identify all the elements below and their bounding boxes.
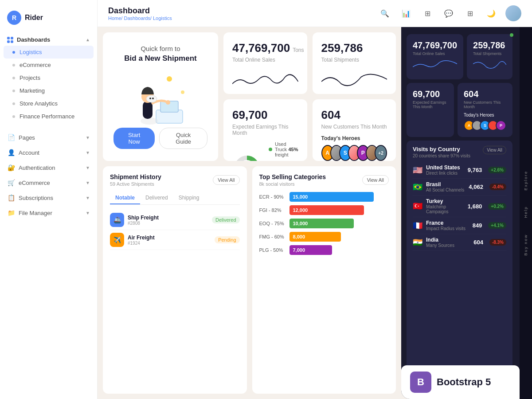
- country-flag-3: 🇫🇷: [413, 221, 422, 231]
- ship-id-2: #1924: [128, 241, 211, 246]
- dark-mode-toggle[interactable]: 🌙: [484, 6, 498, 20]
- bootstrap-badge: B Bootstrap 5: [401, 365, 520, 399]
- selling-subtitle: 8k social visitors: [259, 181, 326, 187]
- bootstrap-label: Bootstrap 5: [437, 376, 491, 388]
- bar-container-1: 12,000: [289, 205, 389, 215]
- country-change-4: -8.3%: [489, 239, 506, 246]
- auth-chevron: ▼: [86, 165, 90, 170]
- visits-card: Visits by Country 20 countries share 97%…: [407, 141, 512, 395]
- legend-truck: Used Truck freight 45%: [269, 141, 298, 157]
- account-icon: 👤: [7, 149, 15, 156]
- dark-stat-2: 259,786 Total Shipments: [467, 34, 512, 79]
- dark-val-3: 69,700: [413, 89, 448, 99]
- selling-title: Top Selling Categories: [259, 173, 326, 180]
- dot: [12, 90, 15, 92]
- grid-button[interactable]: ⊞: [420, 6, 434, 20]
- selling-header: Top Selling Categories 8k social visitor…: [259, 173, 389, 187]
- selling-view-all-button[interactable]: View All: [362, 175, 389, 185]
- green-dot-indicator: [510, 33, 513, 37]
- sub-icon: 📋: [7, 194, 15, 202]
- chart-button[interactable]: 📊: [399, 6, 413, 20]
- shipment-view-all-button[interactable]: View All: [213, 175, 239, 185]
- bar-container-3: 8,000: [289, 232, 389, 242]
- stat-label-3: Expected Earnings This Month: [232, 124, 298, 136]
- sidebar-item-projects[interactable]: Projects: [0, 71, 97, 84]
- shipment-item-1: 🚢 Ship Freight #2808 Delivered: [110, 210, 240, 230]
- country-item-3: 🇫🇷 France Impact Radius visits 849 +4.1%: [413, 217, 506, 234]
- bar-rows: ECR - 90% 15,000 FGI - 82% 12,000 EOQ - …: [259, 192, 389, 255]
- sidebar-item-account[interactable]: 👤 Account ▼: [0, 145, 97, 160]
- visits-view-all-button[interactable]: View All: [483, 146, 506, 154]
- country-info-1: Brasil All Social Channels: [426, 181, 465, 192]
- sidebar-item-ecom[interactable]: 🛒 eCommerce ▼: [0, 175, 97, 190]
- logo[interactable]: R Rider: [0, 7, 97, 34]
- country-source-2: Mailchimp Campaigns: [426, 204, 464, 214]
- chat-button[interactable]: 💬: [442, 6, 456, 20]
- country-change-2: +0.2%: [488, 203, 506, 210]
- file-chevron: ▼: [86, 211, 90, 215]
- country-value-0: 9,763: [468, 167, 482, 173]
- country-value-4: 604: [473, 239, 483, 246]
- dot: [12, 77, 15, 79]
- sidebar-item-logistics[interactable]: Logistics: [4, 46, 94, 59]
- bid-buttons: Start Now Quick Guide: [113, 128, 207, 149]
- svg-point-7: [166, 100, 170, 105]
- explore-label[interactable]: Explore: [524, 171, 528, 191]
- svg-point-9: [149, 98, 151, 99]
- sidebar-item-finance[interactable]: Finance Performance: [0, 110, 97, 123]
- country-name-0: United States: [426, 164, 464, 171]
- start-now-button[interactable]: Start Now: [113, 128, 155, 149]
- sidebar-item-files[interactable]: 📁 File Manager ▼: [0, 205, 97, 220]
- sidebar-item-ecommerce[interactable]: eCommerce: [0, 59, 97, 71]
- bar-value-3: 8,000: [293, 234, 305, 239]
- bar-row-4: PLG - 50% 7,000: [259, 245, 389, 255]
- country-source-0: Direct link clicks: [426, 171, 464, 176]
- mini-chart-2: [321, 68, 387, 90]
- country-info-2: Turkey Mailchimp Campaigns: [426, 198, 464, 214]
- header-actions: 🔍 📊 ⊞ 💬 ⊞ 🌙: [378, 5, 521, 21]
- country-flag-1: 🇧🇷: [413, 182, 422, 192]
- page-title: Dashboard: [108, 6, 172, 16]
- stat-card-earnings: 69,700 Expected Earnings This Month: [223, 99, 307, 161]
- tab-delivered[interactable]: Delivered: [140, 192, 173, 204]
- country-change-0: +2.6%: [488, 167, 506, 173]
- stats-grid: 47,769,700 Tons Total Online Sales 259,7…: [223, 32, 396, 161]
- donut-chart: [232, 150, 262, 161]
- country-name-2: Turkey: [426, 198, 464, 204]
- svg-point-1: [181, 90, 184, 94]
- quick-guide-button[interactable]: Quick Guide: [159, 128, 207, 149]
- sidebar-item-store-analytics[interactable]: Store Analytics: [0, 97, 97, 110]
- dark-mini-chart-1: [413, 56, 457, 71]
- shipment-subtitle: 59 Active Shipments: [110, 181, 161, 187]
- account-chevron: ▼: [86, 150, 90, 155]
- dashboards-label: Dashboards: [7, 36, 50, 43]
- search-button[interactable]: 🔍: [378, 6, 392, 20]
- avatar[interactable]: [505, 5, 521, 21]
- tab-shipping[interactable]: Shipping: [173, 192, 205, 204]
- country-source-4: Many Sources: [426, 243, 470, 248]
- auth-icon: 🔐: [7, 164, 15, 172]
- help-label[interactable]: Help: [524, 206, 528, 218]
- apps-button[interactable]: ⊞: [463, 6, 477, 20]
- visits-title-group: Visits by Country 20 countries share 97%…: [413, 146, 470, 158]
- sidebar-item-subscriptions[interactable]: 📋 Subscriptions ▼: [0, 190, 97, 205]
- bar-value-0: 15,000: [293, 194, 308, 200]
- dashboards-group[interactable]: Dashboards ▲: [0, 34, 97, 46]
- bid-title: Quick form to: [141, 45, 180, 52]
- shipment-history-card: Shipment History 59 Active Shipments Vie…: [103, 166, 247, 394]
- bar-container-0: 15,000: [289, 192, 389, 202]
- content-area: Quick form to Bid a New Shipment: [98, 27, 532, 399]
- tab-notable[interactable]: Notable: [110, 192, 140, 204]
- svg-point-0: [167, 76, 172, 82]
- svg-point-10: [152, 98, 154, 99]
- country-info-0: United States Direct link clicks: [426, 164, 464, 176]
- bottom-row: Shipment History 59 Active Shipments Vie…: [103, 166, 396, 394]
- country-item-4: 🇮🇳 India Many Sources 604 -8.3%: [413, 234, 506, 251]
- buy-now-label[interactable]: Buy now: [524, 234, 528, 256]
- sidebar-item-auth[interactable]: 🔐 Authentication ▼: [0, 160, 97, 175]
- country-info-4: India Many Sources: [426, 237, 470, 248]
- dark-mini-chart-2: [473, 56, 506, 71]
- bar-fill-0: 15,000: [289, 192, 374, 202]
- sidebar-item-marketing[interactable]: Marketing: [0, 84, 97, 97]
- sidebar-item-pages[interactable]: 📄 Pages ▼: [0, 130, 97, 145]
